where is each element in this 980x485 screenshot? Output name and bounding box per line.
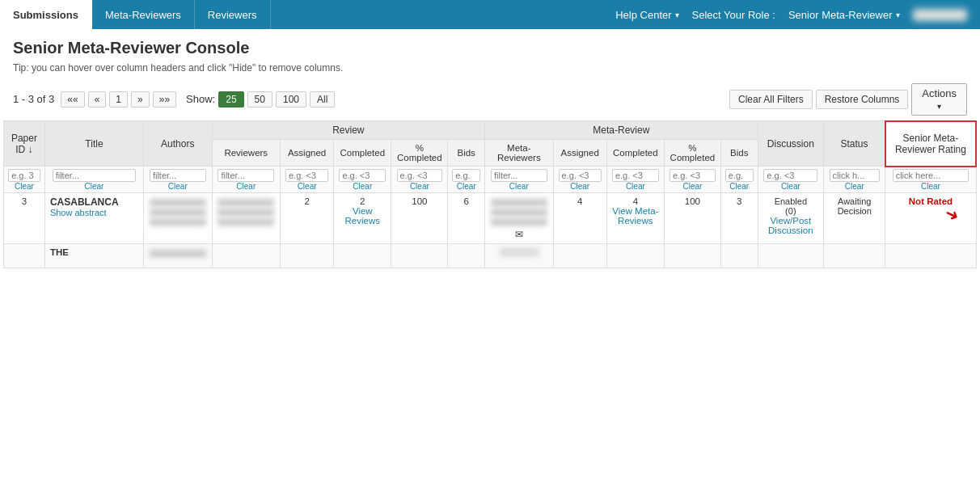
last-page-button[interactable]: »»	[153, 91, 176, 108]
filter-rating-clear[interactable]: Clear	[888, 182, 973, 191]
filter-pct-completed[interactable]: Clear	[391, 167, 448, 193]
filter-assigned-input[interactable]	[285, 169, 328, 182]
filter-completed2-input[interactable]	[612, 169, 659, 182]
col-header-bids2[interactable]: Bids	[720, 140, 758, 167]
cell-status: AwaitingDecision	[824, 192, 885, 243]
help-center-button[interactable]: Help Center	[615, 9, 678, 21]
filter-title[interactable]: Clear	[44, 167, 143, 193]
filter-pct2-clear[interactable]: Clear	[667, 182, 718, 191]
filter-paper-id-input[interactable]	[8, 169, 40, 182]
col-header-paper-id[interactable]: Paper ID ↓	[4, 121, 45, 167]
cell-meta-reviewers-2: ABC	[485, 243, 553, 268]
filter-status-input[interactable]	[830, 169, 880, 182]
filter-title-clear[interactable]: Clear	[48, 182, 141, 191]
col-header-discussion[interactable]: Discussion	[758, 121, 823, 167]
cell-reviewers-2	[212, 243, 280, 268]
col-header-pct-completed[interactable]: % Completed	[391, 140, 448, 167]
tab-meta-reviewers[interactable]: Meta-Reviewers	[92, 0, 195, 29]
filter-reviewers[interactable]: Clear	[212, 167, 280, 193]
filter-authors[interactable]: Clear	[144, 167, 212, 193]
discussion-enabled: Enabled(0)	[775, 196, 807, 216]
cell-assigned2-2	[553, 243, 606, 268]
filter-bids2-input[interactable]	[725, 169, 754, 182]
filter-assigned2-input[interactable]	[559, 169, 602, 182]
show-100-button[interactable]: 100	[276, 91, 306, 108]
filter-discussion-input[interactable]	[763, 169, 817, 182]
filter-bids-input[interactable]	[452, 169, 480, 182]
filter-completed2-clear[interactable]: Clear	[610, 182, 661, 191]
filter-reviewers-input[interactable]	[218, 169, 274, 182]
filter-discussion[interactable]: Clear	[758, 167, 823, 193]
filter-meta-reviewers-clear[interactable]: Clear	[488, 182, 550, 191]
filter-assigned-clear[interactable]: Clear	[283, 182, 331, 191]
filter-bids[interactable]: Clear	[448, 167, 485, 193]
show-abstract-link[interactable]: Show abstract	[50, 208, 107, 217]
filter-authors-input[interactable]	[150, 169, 206, 182]
tab-reviewers[interactable]: Reviewers	[195, 0, 271, 29]
filter-authors-clear[interactable]: Clear	[146, 182, 209, 191]
filter-completed2[interactable]: Clear	[606, 167, 664, 193]
user-profile[interactable]: User	[913, 9, 967, 21]
filter-completed-clear[interactable]: Clear	[336, 182, 388, 191]
not-rated-label[interactable]: Not Rated	[909, 196, 953, 206]
role-selector-button[interactable]: Senior Meta-Reviewer	[788, 9, 900, 21]
paper-title: CASABLANCA	[50, 196, 138, 208]
first-page-button[interactable]: ««	[61, 91, 84, 108]
filter-meta-reviewers-input[interactable]	[491, 169, 547, 182]
col-header-completed[interactable]: Completed	[334, 140, 391, 167]
filter-paper-id-clear[interactable]: Clear	[6, 182, 42, 191]
col-header-meta-reviewers[interactable]: Meta-Reviewers	[485, 140, 553, 167]
filter-status[interactable]: Clear	[824, 167, 885, 193]
filter-assigned2-clear[interactable]: Clear	[556, 182, 604, 191]
filter-pct2[interactable]: Clear	[664, 167, 720, 193]
cell-authors	[144, 192, 212, 243]
arrow-container: Not Rated ➜	[909, 196, 953, 206]
filter-completed-input[interactable]	[339, 169, 386, 182]
col-header-title[interactable]: Title	[44, 121, 143, 167]
filter-status-clear[interactable]: Clear	[826, 182, 882, 191]
filter-discussion-clear[interactable]: Clear	[761, 182, 821, 191]
col-header-pct-completed2[interactable]: % Completed	[664, 140, 720, 167]
col-header-assigned2[interactable]: Assigned	[553, 140, 606, 167]
show-all-button[interactable]: All	[310, 91, 335, 108]
page-title: Senior Meta-Reviewer Console	[13, 39, 967, 57]
next-page-button[interactable]: »	[131, 91, 150, 108]
filter-paper-id[interactable]: Clear	[4, 167, 45, 193]
col-header-authors[interactable]: Authors	[144, 121, 212, 167]
view-reviews-link[interactable]: ViewReviews	[345, 206, 380, 226]
filter-rating[interactable]: Clear	[885, 167, 976, 193]
col-header-completed2[interactable]: Completed	[606, 140, 664, 167]
filter-completed[interactable]: Clear	[334, 167, 391, 193]
actions-button[interactable]: Actions	[911, 83, 967, 116]
filter-pct2-input[interactable]	[670, 169, 716, 182]
toolbar: 1 - 3 of 3 «« « 1 » »» Show: 25 50 100 A…	[0, 80, 980, 120]
filter-title-input[interactable]	[53, 169, 137, 182]
col-header-assigned[interactable]: Assigned	[281, 140, 334, 167]
col-header-bids[interactable]: Bids	[448, 140, 485, 167]
cell-rating: Not Rated ➜	[885, 192, 976, 243]
cell-completed2-2	[606, 243, 664, 268]
restore-columns-button[interactable]: Restore Columns	[816, 90, 909, 109]
filter-bids-clear[interactable]: Clear	[450, 182, 482, 191]
prev-page-button[interactable]: «	[88, 91, 107, 108]
filter-reviewers-clear[interactable]: Clear	[215, 182, 277, 191]
filter-assigned2[interactable]: Clear	[553, 167, 606, 193]
cell-pct2-2	[664, 243, 720, 268]
filter-assigned[interactable]: Clear	[281, 167, 334, 193]
view-post-discussion-link[interactable]: View/PostDiscussion	[768, 216, 813, 235]
filter-bids2[interactable]: Clear	[720, 167, 758, 193]
col-header-rating[interactable]: Senior Meta-Reviewer Rating	[885, 121, 976, 167]
page-1-button[interactable]: 1	[109, 91, 128, 108]
filter-bids2-clear[interactable]: Clear	[724, 182, 755, 191]
filter-pct-input[interactable]	[397, 169, 443, 182]
tab-submissions[interactable]: Submissions	[0, 0, 92, 29]
show-25-button[interactable]: 25	[218, 91, 243, 108]
filter-rating-input[interactable]	[893, 169, 969, 182]
col-header-reviewers[interactable]: Reviewers	[212, 140, 280, 167]
filter-meta-reviewers[interactable]: Clear	[485, 167, 553, 193]
view-meta-reviews-link[interactable]: View Meta-Reviews	[612, 206, 658, 226]
col-header-status[interactable]: Status	[824, 121, 885, 167]
filter-pct-clear[interactable]: Clear	[394, 182, 445, 191]
clear-all-filters-button[interactable]: Clear All Filters	[729, 90, 813, 109]
show-50-button[interactable]: 50	[247, 91, 272, 108]
